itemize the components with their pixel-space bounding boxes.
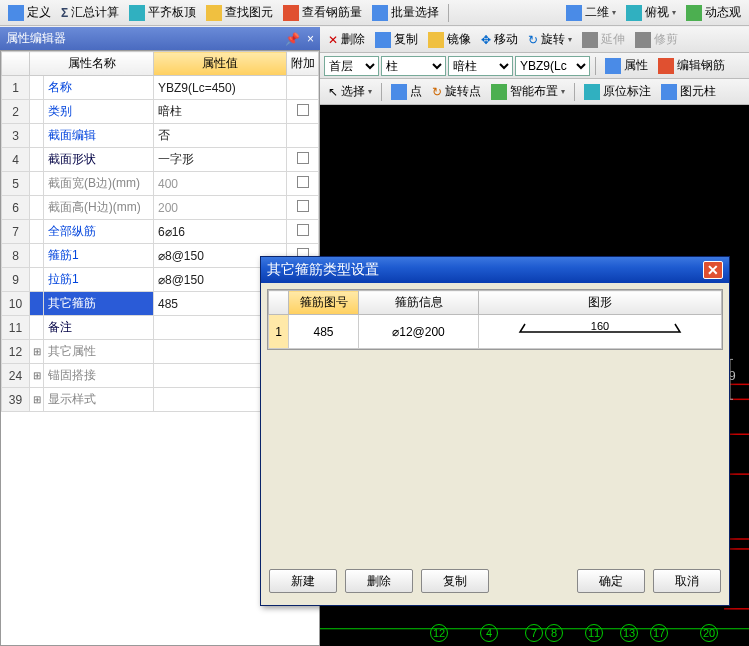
findel-button[interactable]: 查找图元 [202,2,277,23]
topview-label: 俯视 [645,4,669,21]
rotpoint-tool[interactable]: ↻旋转点 [428,81,485,102]
row-num-cell[interactable]: 485 [289,315,359,349]
mirror-button[interactable]: 镜像 [424,29,475,50]
new-button[interactable]: 新建 [269,569,337,593]
ok-button[interactable]: 确定 [577,569,645,593]
close-button[interactable]: ✕ [703,261,723,279]
point-tool[interactable]: 点 [387,81,426,102]
category-select[interactable]: 柱 [381,56,446,76]
prop-name: 箍筋1 [44,244,154,268]
prop-value[interactable]: 6⌀16 [154,220,287,244]
row-number: 24 [2,364,30,388]
prop-name: 锚固搭接 [44,364,154,388]
copy-button[interactable]: 复制 [421,569,489,593]
row-info-cell[interactable]: ⌀12@200 [359,315,479,349]
property-row[interactable]: 6截面高(H边)(mm)200 [2,196,319,220]
delete-button[interactable]: 删除 [345,569,413,593]
row-number: 3 [2,124,30,148]
property-row[interactable]: 7全部纵筋6⌀16 [2,220,319,244]
dialog-row[interactable]: 1 485 ⌀12@200 160 [269,315,722,349]
rebar-label: 查看钢筋量 [302,4,362,21]
dialog-grid[interactable]: 箍筋图号 箍筋信息 图形 1 485 ⌀12@200 160 [267,289,723,350]
rotate-button[interactable]: ↻旋转▾ [524,29,576,50]
batch-button[interactable]: 批量选择 [368,2,443,23]
hdr-name: 属性名称 [30,52,154,76]
expand-icon[interactable]: ⊞ [30,388,44,412]
trim-icon [635,32,651,48]
prop-value[interactable]: 一字形 [154,148,287,172]
stirrup-shape-icon: 160 [510,318,690,342]
expand-icon [30,196,44,220]
toolbar-top-1: 定义 Σ汇总计算 平齐板顶 查找图元 查看钢筋量 批量选择 二维▾ 俯视▾ 动态… [0,0,749,26]
prop-extra[interactable] [287,172,319,196]
prop-name: 拉筋1 [44,268,154,292]
delete-button[interactable]: ✕删除 [324,29,369,50]
prop-extra[interactable] [287,100,319,124]
prop-name: 备注 [44,316,154,340]
floor-select[interactable]: 首层 [324,56,379,76]
dynview-button[interactable]: 动态观 [682,2,745,23]
name-select[interactable]: YBZ9(Lc [515,56,590,76]
expand-icon[interactable]: ⊞ [30,364,44,388]
property-row[interactable]: 3截面编辑否 [2,124,319,148]
prop-value[interactable]: 200 [154,196,287,220]
toolbar-draw: ↖选择▾ 点 ↻旋转点 智能布置▾ 原位标注 图元柱 [320,79,749,105]
property-row[interactable]: 4截面形状一字形 [2,148,319,172]
rebar-button[interactable]: 查看钢筋量 [279,2,366,23]
origmark-tool[interactable]: 原位标注 [580,81,655,102]
flat-label: 平齐板顶 [148,4,196,21]
rotpoint-icon: ↻ [432,85,442,99]
editrebar-button[interactable]: 编辑钢筋 [654,55,729,76]
select-tool[interactable]: ↖选择▾ [324,81,376,102]
view2d-button[interactable]: 二维▾ [562,2,620,23]
prop-name: 类别 [44,100,154,124]
expand-icon[interactable]: ⊞ [30,340,44,364]
grid-node-label: 17 [650,624,668,642]
batch-label: 批量选择 [391,4,439,21]
pin-icon[interactable]: 📌 [285,32,300,46]
prop-extra[interactable] [287,148,319,172]
prop-extra[interactable] [287,196,319,220]
smart-tool[interactable]: 智能布置▾ [487,81,569,102]
flat-button[interactable]: 平齐板顶 [125,2,200,23]
prop-extra [287,76,319,100]
trim-button[interactable]: 修剪 [631,29,682,50]
property-row[interactable]: 2类别暗柱 [2,100,319,124]
hdr-stirrup-info: 箍筋信息 [359,291,479,315]
batch-icon [372,5,388,21]
subcat-select[interactable]: 暗柱 [448,56,513,76]
expand-icon [30,148,44,172]
sigma-button[interactable]: Σ汇总计算 [57,2,123,23]
chevron-down-icon: ▾ [568,35,572,44]
editrebar-icon [658,58,674,74]
prop-extra[interactable] [287,220,319,244]
extend-button[interactable]: 延伸 [578,29,629,50]
elcol-tool[interactable]: 图元柱 [657,81,720,102]
prop-value[interactable]: YBZ9(Lc=450) [154,76,287,100]
close-icon[interactable]: × [307,32,314,46]
expand-icon [30,268,44,292]
row-index: 1 [269,315,289,349]
define-button[interactable]: 定义 [4,2,55,23]
row-number: 5 [2,172,30,196]
define-icon [8,5,24,21]
copy-icon [375,32,391,48]
prop-value[interactable]: 400 [154,172,287,196]
move-button[interactable]: ✥移动 [477,29,522,50]
topview-button[interactable]: 俯视▾ [622,2,680,23]
dynview-label: 动态观 [705,4,741,21]
property-row[interactable]: 1名称YBZ9(Lc=450) [2,76,319,100]
row-number: 11 [2,316,30,340]
row-shape-cell[interactable]: 160 [479,315,722,349]
cancel-button[interactable]: 取消 [653,569,721,593]
find-icon [206,5,222,21]
property-row[interactable]: 5截面宽(B边)(mm)400 [2,172,319,196]
dialog-titlebar[interactable]: 其它箍筋类型设置 ✕ [261,257,729,283]
hdr-value: 属性值 [154,52,287,76]
prop-value[interactable]: 否 [154,124,287,148]
props-button[interactable]: 属性 [601,55,652,76]
copy-button[interactable]: 复制 [371,29,422,50]
props-icon [605,58,621,74]
prop-value[interactable]: 暗柱 [154,100,287,124]
hdr-stirrup-shape: 图形 [479,291,722,315]
